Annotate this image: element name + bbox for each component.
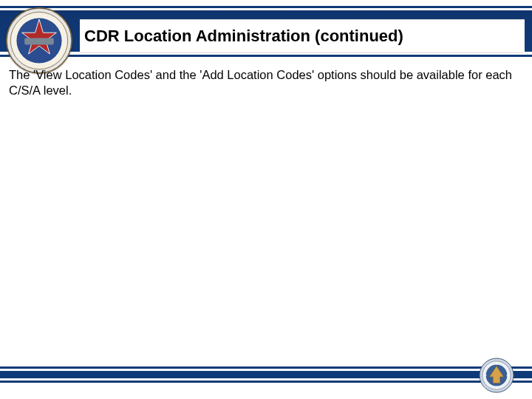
slide-title: CDR Location Administration (continued) — [84, 27, 403, 45]
dod-seal-icon — [479, 358, 514, 393]
header-rule-bottom — [0, 55, 532, 57]
footer-fill — [0, 371, 532, 378]
footer-rule-bottom — [0, 381, 532, 383]
title-bar: CDR Location Administration (continued) — [80, 19, 525, 53]
body-paragraph: The 'View Location Codes' and the 'Add L… — [9, 67, 517, 98]
org-seal-icon — [6, 7, 72, 74]
header-rule-top — [0, 6, 532, 8]
footer-rule-top — [0, 366, 532, 369]
footer-band — [0, 366, 532, 383]
dod-seal-svg — [479, 358, 514, 393]
slide: CDR Location Administration (continued) … — [0, 0, 532, 399]
svg-rect-3 — [24, 38, 54, 44]
org-seal-svg — [6, 7, 72, 74]
